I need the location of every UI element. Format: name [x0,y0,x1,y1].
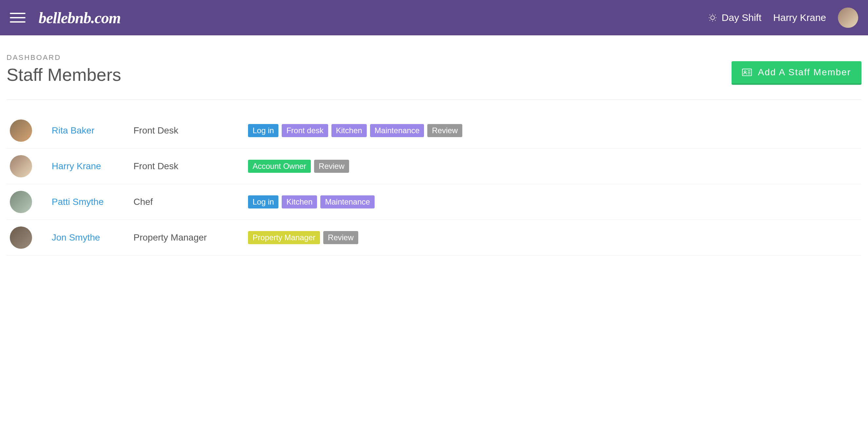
staff-name-link[interactable]: Patti Smythe [52,197,133,207]
staff-role: Front Desk [133,125,248,136]
staff-avatar[interactable] [10,191,32,213]
staff-list: Rita BakerFront DeskLog inFront deskKitc… [6,100,862,256]
staff-role: Property Manager [133,233,248,243]
shift-toggle[interactable]: Day Shift [708,12,762,23]
tag-review: Review [427,124,462,137]
staff-role: Front Desk [133,161,248,172]
tag-property-manager: Property Manager [248,231,320,244]
menu-hamburger-icon[interactable] [10,10,26,26]
svg-line-8 [715,15,716,16]
app-header: bellebnb.com Day Shift Harry Krane [0,0,868,35]
staff-name-link[interactable]: Jon Smythe [52,233,133,243]
tag-log-in: Log in [248,195,278,209]
header-avatar[interactable] [838,7,858,28]
add-staff-button[interactable]: Add A Staff Member [732,61,862,85]
staff-row: Patti SmytheChefLog inKitchenMaintenance [6,184,862,220]
tag-review: Review [323,231,358,244]
staff-row: Rita BakerFront DeskLog inFront deskKitc… [6,113,862,149]
tag-review: Review [314,160,349,173]
page-title: Staff Members [6,64,121,85]
logo[interactable]: bellebnb.com [39,9,121,27]
staff-row: Jon SmytheProperty ManagerProperty Manag… [6,220,862,256]
staff-tags: Log inKitchenMaintenance [248,195,375,209]
header-user-name[interactable]: Harry Krane [773,12,826,23]
svg-line-7 [709,20,710,21]
add-staff-label: Add A Staff Member [758,67,851,78]
tag-front-desk: Front desk [282,124,328,137]
staff-tags: Account OwnerReview [248,160,349,173]
svg-line-3 [709,15,710,16]
staff-row: Harry KraneFront DeskAccount OwnerReview [6,149,862,184]
staff-name-link[interactable]: Harry Krane [52,161,133,172]
svg-point-10 [744,71,746,73]
svg-line-4 [715,20,716,21]
staff-name-link[interactable]: Rita Baker [52,125,133,136]
breadcrumb: DASHBOARD [6,53,121,62]
shift-label: Day Shift [722,12,762,23]
tag-log-in: Log in [248,124,278,137]
tag-kitchen: Kitchen [282,195,317,209]
tag-maintenance: Maintenance [370,124,424,137]
svg-point-0 [711,16,715,20]
staff-avatar[interactable] [10,155,32,177]
staff-avatar[interactable] [10,226,32,249]
page-content: DASHBOARD Staff Members Add A Staff Memb… [0,35,868,256]
staff-role: Chef [133,197,248,207]
header-right: Day Shift Harry Krane [708,7,858,28]
staff-tags: Log inFront deskKitchenMaintenanceReview [248,124,462,137]
tag-account-owner: Account Owner [248,160,311,173]
staff-avatar[interactable] [10,119,32,142]
id-card-icon [742,68,752,76]
sun-icon [708,13,717,22]
tag-kitchen: Kitchen [332,124,367,137]
tag-maintenance: Maintenance [320,195,374,209]
staff-tags: Property ManagerReview [248,231,358,244]
page-header: DASHBOARD Staff Members Add A Staff Memb… [6,53,862,100]
